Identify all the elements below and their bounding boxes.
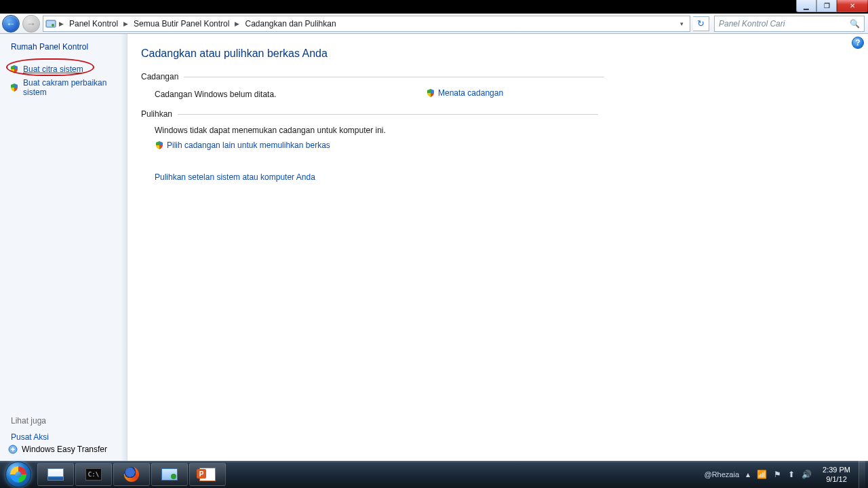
page-title: Cadangkan atau pulihkan berkas Anda bbox=[141, 48, 841, 60]
sidebar-footer-label: Windows Easy Transfer bbox=[22, 445, 107, 454]
svg-point-1 bbox=[52, 24, 54, 26]
taskbar-app-control-panel[interactable] bbox=[151, 463, 188, 486]
shield-icon bbox=[9, 83, 19, 92]
breadcrumb-item-cadangkan[interactable]: Cadangkan dan Pulihkan bbox=[242, 18, 338, 30]
setup-backup-label: Menata cadangan bbox=[438, 88, 503, 98]
taskbar-app-cmd[interactable]: C:\ bbox=[75, 463, 112, 486]
network-icon[interactable]: 📶 bbox=[757, 470, 767, 479]
minimize-button[interactable]: ▁ bbox=[796, 0, 816, 12]
address-toolbar: ← → ▶ Panel Kontrol ▶ Semua Butir Panel … bbox=[0, 14, 868, 34]
chevron-right-icon: ▶ bbox=[58, 20, 65, 27]
taskbar-app-firefox[interactable] bbox=[113, 463, 150, 486]
transfer-icon bbox=[8, 445, 18, 454]
control-panel-icon bbox=[161, 468, 178, 481]
arrow-left-icon: ← bbox=[6, 18, 16, 29]
breadcrumb-item-panel-kontrol[interactable]: Panel Kontrol bbox=[66, 18, 121, 30]
sidebar-link-label: Buat cakram perbaikan sistem bbox=[23, 78, 121, 97]
clock-date: 9/1/12 bbox=[823, 474, 850, 484]
chevron-right-icon: ▶ bbox=[233, 20, 241, 27]
refresh-button[interactable]: ↻ bbox=[693, 16, 709, 31]
backup-section-heading: Cadangan bbox=[141, 72, 178, 81]
search-box[interactable]: 🔍 bbox=[714, 16, 865, 32]
close-icon: ✕ bbox=[850, 2, 855, 10]
taskbar-app-powerpoint[interactable] bbox=[189, 463, 226, 486]
select-other-backup-label: Pilih cadangan lain untuk memulihkan ber… bbox=[167, 140, 330, 150]
updates-icon[interactable]: ⬆ bbox=[788, 470, 795, 479]
arrow-right-icon: → bbox=[26, 18, 36, 29]
setup-backup-link[interactable]: Menata cadangan bbox=[426, 88, 503, 98]
minimize-icon: ▁ bbox=[804, 2, 809, 10]
sidebar-link-repair-disc[interactable]: Buat cakram perbaikan sistem bbox=[8, 76, 121, 99]
select-other-backup-link[interactable]: Pilih cadangan lain untuk memulihkan ber… bbox=[155, 140, 330, 150]
main-content: ? Cadangkan atau pulihkan berkas Anda Ca… bbox=[127, 34, 868, 461]
help-icon: ? bbox=[855, 38, 860, 48]
windows-logo-icon bbox=[5, 462, 31, 487]
maximize-button[interactable]: ❐ bbox=[816, 0, 837, 12]
tray-chevron-up-icon[interactable]: ▴ bbox=[746, 470, 750, 479]
taskbar-clock[interactable]: 2:39 PM 9/1/12 bbox=[818, 465, 856, 484]
sidebar-link-system-image[interactable]: Buat citra sistem bbox=[8, 62, 121, 76]
close-button[interactable]: ✕ bbox=[837, 0, 868, 12]
search-input[interactable] bbox=[719, 19, 850, 29]
control-panel-icon bbox=[45, 18, 56, 29]
forward-button[interactable]: → bbox=[22, 15, 40, 33]
svg-rect-0 bbox=[46, 20, 56, 27]
volume-icon[interactable]: 🔊 bbox=[802, 470, 812, 479]
sidebar-footer-link-easy-transfer[interactable]: Windows Easy Transfer bbox=[8, 445, 121, 454]
shield-icon bbox=[9, 64, 19, 74]
start-button[interactable] bbox=[0, 461, 37, 488]
shield-icon bbox=[155, 140, 164, 150]
help-button[interactable]: ? bbox=[852, 37, 864, 49]
explorer-icon bbox=[47, 468, 64, 481]
breadcrumb-item-semua-butir[interactable]: Semua Butir Panel Kontrol bbox=[131, 18, 232, 30]
maximize-icon: ❐ bbox=[824, 2, 830, 10]
cmd-icon: C:\ bbox=[85, 468, 102, 481]
shield-icon bbox=[426, 88, 435, 98]
clock-time: 2:39 PM bbox=[823, 465, 850, 474]
breadcrumb-dropdown-button[interactable]: ▾ bbox=[675, 20, 688, 27]
taskbar-app-explorer[interactable] bbox=[37, 463, 74, 486]
back-button[interactable]: ← bbox=[2, 15, 20, 33]
firefox-icon bbox=[124, 467, 139, 482]
search-icon: 🔍 bbox=[850, 19, 860, 29]
divider bbox=[178, 114, 598, 115]
refresh-icon: ↻ bbox=[697, 18, 705, 29]
breadcrumb-bar[interactable]: ▶ Panel Kontrol ▶ Semua Butir Panel Kont… bbox=[43, 16, 690, 32]
backup-status-text: Cadangan Windows belum ditata. bbox=[141, 90, 426, 99]
taskbar: C:\ @Rhezaia ▴ 📶 ⚑ ⬆ 🔊 2:39 PM 9/1/12 bbox=[0, 461, 868, 488]
restore-status-text: Windows tidak dapat menemukan cadangan u… bbox=[155, 126, 841, 135]
sidebar-footer-link-action-center[interactable]: Pusat Aksi bbox=[8, 430, 121, 445]
sidebar: Rumah Panel Kontrol Buat citra sistem Bu… bbox=[0, 34, 127, 461]
powerpoint-icon bbox=[199, 468, 216, 481]
restore-section-heading: Pulihkan bbox=[141, 109, 172, 119]
show-desktop-button[interactable] bbox=[859, 461, 865, 488]
system-tray: @Rhezaia ▴ 📶 ⚑ ⬆ 🔊 2:39 PM 9/1/12 bbox=[705, 465, 859, 484]
divider bbox=[184, 77, 604, 77]
control-panel-home-link[interactable]: Rumah Panel Kontrol bbox=[8, 42, 121, 52]
tray-user-label: @Rhezaia bbox=[705, 470, 740, 478]
see-also-heading: Lihat juga bbox=[11, 416, 121, 426]
sidebar-link-label: Buat citra sistem bbox=[23, 64, 83, 74]
action-center-icon[interactable]: ⚑ bbox=[774, 470, 781, 479]
chevron-right-icon: ▶ bbox=[122, 20, 130, 27]
recover-system-settings-link[interactable]: Pulihkan setelan sistem atau komputer An… bbox=[155, 172, 315, 182]
